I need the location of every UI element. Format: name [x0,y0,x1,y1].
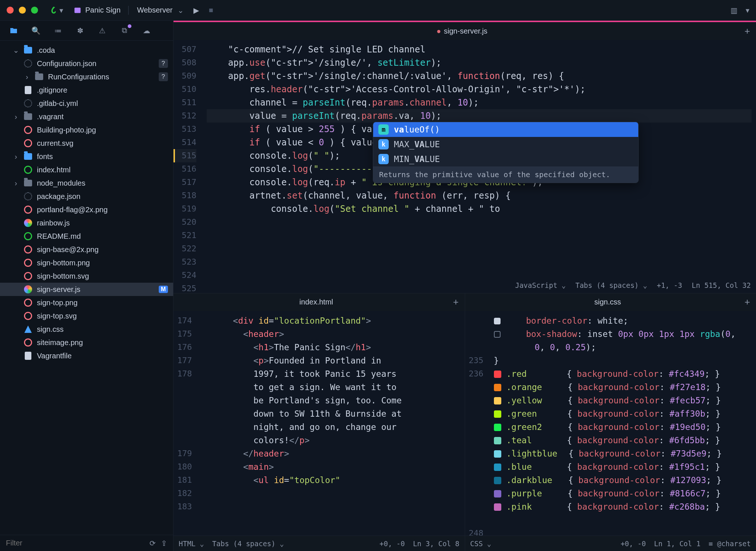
autocomplete-item[interactable]: mvalueOf() [373,122,638,137]
color-swatch [494,477,501,484]
file-name: README.md [37,232,81,241]
layout-toggle-icon[interactable]: ▥ [731,6,738,15]
close-window-button[interactable] [7,7,14,14]
color-swatch [494,410,501,418]
tab-filename[interactable]: sign-server.js [444,27,488,35]
minimize-window-button[interactable] [19,7,26,14]
layout-dropdown-icon[interactable]: ▾ [746,6,749,15]
project-name[interactable]: Panic Sign [85,6,121,14]
tabstrip-br: sign.css + [465,293,756,311]
zoom-window-button[interactable] [31,7,38,14]
cloud-icon[interactable]: ☁ [142,26,151,35]
file-tree-item[interactable]: sign-base@2x.png [0,243,173,256]
file-tree-item[interactable]: portland-flag@2x.png [0,203,173,216]
publish-icon[interactable]: ⇪ [161,539,167,548]
refresh-icon[interactable]: ⟳ [150,539,156,548]
new-tab-button[interactable]: + [745,296,750,308]
files-view-icon[interactable] [9,26,18,35]
editor-pane-bottom-left: index.html + 174175176177178179180181182… [173,293,465,551]
search-icon[interactable]: 🔍 [31,26,41,35]
statusbar-br: CSS ⌄ +0, -0 Ln 1, Col 1 ≡ @charset [465,535,756,551]
tab-filename[interactable]: index.html [179,298,453,306]
file-tree[interactable]: ⌄.codaConfiguration.json?›RunConfigurati… [0,41,173,535]
file-tree-item[interactable]: Vagrantfile [0,349,173,362]
autocomplete-popup[interactable]: mvalueOf()kMAX_VALUEkMIN_VALUEReturns th… [373,122,639,183]
file-tree-item[interactable]: README.md [0,230,173,243]
line-gutter: 235236248 [465,311,489,535]
indent-indicator[interactable]: Tabs (4 spaces) ⌄ [575,281,647,289]
code-editor-br[interactable]: 235236248 border-color: white; box-shado… [465,311,756,535]
color-swatch [494,371,501,378]
filter-input[interactable] [6,539,150,547]
file-tree-item[interactable]: Configuration.json? [0,57,173,70]
stop-button[interactable]: ■ [209,6,213,14]
code-editor-top[interactable]: 5075085095105115125135145155165175185195… [173,40,756,293]
symbols-icon[interactable]: ✽ [75,26,85,35]
autocomplete-item[interactable]: kMIN_VALUE [373,152,638,166]
autocomplete-item[interactable]: kMAX_VALUE [373,137,638,152]
cursor-position: Ln 515, Col 32 [692,281,751,289]
file-tree-item[interactable]: sign-bottom.svg [0,269,173,283]
file-tree-item[interactable]: sign.css [0,323,173,336]
project-icon [73,6,82,14]
file-tree-item[interactable]: sign-top.svg [0,309,173,323]
run-target[interactable]: Webserver [137,6,172,14]
indent-indicator[interactable]: Tabs (4 spaces) ⌄ [212,540,284,548]
file-tree-item[interactable]: .gitignore [0,83,173,97]
file-tree-item[interactable]: .gitlab-ci.yml [0,97,173,110]
new-tab-button[interactable]: + [453,296,458,308]
color-swatch [494,397,501,404]
scm-icon[interactable]: ⧉ [120,26,129,35]
file-tree-item[interactable]: ›node_modules [0,176,173,190]
file-tree-item[interactable]: sign-top.png [0,296,173,309]
language-indicator[interactable]: HTML ⌄ [179,540,204,548]
target-dropdown-icon[interactable]: ⌄ [178,6,184,15]
editor-top-status: JavaScript ⌄ Tabs (4 spaces) ⌄ +1, -3 Ln… [500,281,751,289]
color-swatch [494,450,501,458]
file-name: siteimage.png [37,338,83,347]
language-indicator[interactable]: CSS ⌄ [470,540,491,548]
logo-dropdown-icon[interactable]: ▾ [59,6,63,15]
file-tree-item[interactable]: siteimage.png [0,336,173,349]
file-tree-item[interactable]: ›RunConfigurations? [0,70,173,83]
file-name: sign.css [37,325,63,334]
symbol-indicator[interactable]: ≡ @charset [709,540,751,548]
file-tree-item[interactable]: Building-photo.jpg [0,123,173,137]
play-button[interactable]: ▶ [193,6,199,15]
cursor-position: Ln 3, Col 8 [413,540,460,548]
file-name: rainbow.js [37,219,70,227]
file-sidebar: 🔍 ≔ ✽ ⚠ ⧉ ☁ ⌄.codaConfiguration.json?›Ru… [0,21,173,551]
color-swatch [494,424,501,431]
outline-icon[interactable]: ≔ [53,26,63,35]
file-tree-item[interactable]: current.svg [0,137,173,150]
color-swatch [494,384,501,391]
file-name: .gitlab-ci.yml [37,99,78,108]
cursor-position: Ln 1, Col 1 [654,540,701,548]
file-tree-item[interactable]: package.json [0,190,173,203]
file-name: current.svg [37,139,73,148]
file-name: sign-top.svg [37,312,77,320]
file-name: portland-flag@2x.png [37,206,108,214]
file-tree-item[interactable]: ›.vagrant [0,110,173,123]
file-tree-item[interactable]: sign-server.jsM [0,283,173,296]
tab-filename[interactable]: sign.css [471,298,745,306]
file-tree-item[interactable]: rainbow.js [0,216,173,230]
code-content[interactable]: border-color: white; box-shadow: inset 0… [489,311,756,535]
css-toggle-checkbox[interactable] [494,318,501,324]
color-swatch [494,503,501,511]
file-tree-item[interactable]: index.html [0,163,173,176]
diff-indicator: +0, -0 [379,540,405,548]
language-indicator[interactable]: JavaScript ⌄ [515,281,566,289]
issues-icon[interactable]: ⚠ [97,26,107,35]
code-content[interactable]: <div id="locationPortland"> <header> <h1… [198,311,465,535]
file-name: .vagrant [37,113,63,121]
new-tab-button[interactable]: + [745,25,750,37]
code-editor-bl[interactable]: 174175176177178179180181182183 <div id="… [173,311,465,535]
file-tree-item[interactable]: ⌄.coda [0,44,173,57]
file-tree-item[interactable]: ›fonts [0,150,173,163]
css-toggle-checkbox[interactable] [494,331,501,338]
file-name: .coda [37,46,55,55]
file-tree-item[interactable]: sign-bottom.png [0,256,173,269]
color-swatch [494,437,501,444]
diff-indicator: +1, -3 [657,281,682,289]
